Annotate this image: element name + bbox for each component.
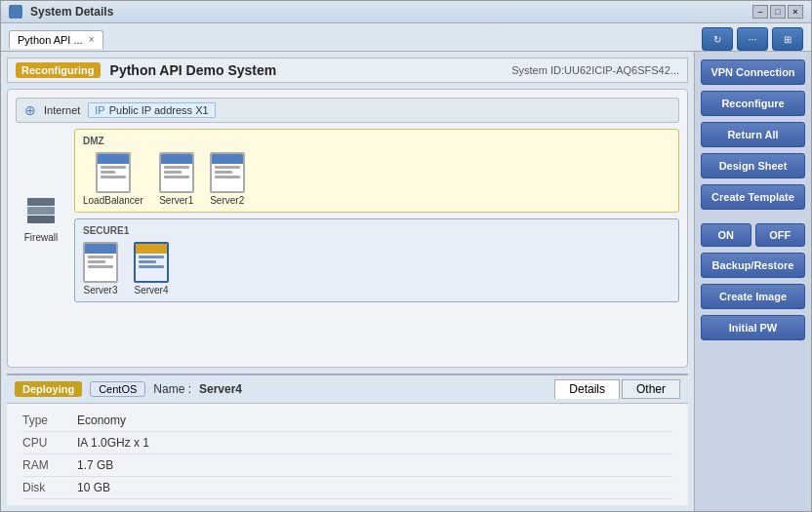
system-name: Python API Demo System xyxy=(110,62,277,78)
zone-secure1: SECURE1 xyxy=(74,218,679,302)
window-controls: – □ × xyxy=(752,5,803,19)
cpu-val: IA 1.0GHz x 1 xyxy=(77,436,149,450)
dmz-label: DMZ xyxy=(83,136,670,146)
ram-key: RAM xyxy=(22,458,61,472)
firewall-area: Firewall xyxy=(16,129,66,302)
info-row-ram: RAM 1.7 GB xyxy=(22,454,672,477)
disk-val: 10 GB xyxy=(77,481,110,494)
minimize-button[interactable]: – xyxy=(752,5,768,19)
secure-label: SECURE1 xyxy=(83,225,670,236)
restore-button[interactable]: □ xyxy=(770,5,786,19)
backup-restore-button[interactable]: Backup/Restore xyxy=(701,253,805,278)
server-loadbalancer-icon xyxy=(96,152,131,193)
zone-dmz: DMZ xyxy=(74,129,679,213)
menu-icon: ··· xyxy=(749,34,756,45)
public-ip-badge: IP Public IP address X1 xyxy=(88,102,215,118)
type-val: Economy xyxy=(77,414,126,427)
close-button[interactable]: × xyxy=(788,5,803,19)
server3-label: Server3 xyxy=(83,285,117,295)
bottom-tabs-bar: Deploying CentOS Name : Server4 Details … xyxy=(7,375,688,404)
status-badge: Reconfiguring xyxy=(16,62,101,78)
system-id: System ID:UU62ICIP-AQ6SFS42... xyxy=(511,64,679,76)
toolbar-right: ↻ ··· ⊞ xyxy=(702,27,803,51)
server-4-icon xyxy=(134,242,169,283)
dmz-servers: LoadBalancer xyxy=(83,152,670,206)
server2-label: Server2 xyxy=(210,195,244,206)
public-ip-label: Public IP address X1 xyxy=(109,104,209,116)
firewall-icon xyxy=(23,189,59,232)
internet-label: Internet xyxy=(44,104,80,116)
tab-close-icon[interactable]: × xyxy=(89,34,95,45)
create-template-button[interactable]: Create Template xyxy=(701,184,805,210)
ram-val: 1.7 GB xyxy=(77,458,113,472)
window-title: System Details xyxy=(30,5,113,19)
system-header: Reconfiguring Python API Demo System Sys… xyxy=(7,58,688,83)
internet-icon: ⊕ xyxy=(24,102,36,118)
reconfigure-button[interactable]: Reconfigure xyxy=(701,91,805,116)
disk-key: Disk xyxy=(22,481,61,494)
info-row-cpu: CPU IA 1.0GHz x 1 xyxy=(22,432,672,454)
cpu-key: CPU xyxy=(22,436,61,450)
secure-servers: Server3 xyxy=(83,242,670,295)
topology-area: ⊕ Internet IP Public IP address X1 xyxy=(7,89,688,368)
title-bar: System Details – □ × xyxy=(1,1,811,23)
server1-label: Server1 xyxy=(159,195,193,206)
right-sidebar: VPN Connection Reconfigure Return All De… xyxy=(694,52,811,511)
firewall-label: Firewall xyxy=(24,232,58,243)
refresh-icon: ↻ xyxy=(713,34,721,45)
refresh-button[interactable]: ↻ xyxy=(702,27,733,51)
menu-button[interactable]: ··· xyxy=(737,27,768,51)
name-label: Name : xyxy=(153,382,191,396)
return-all-button[interactable]: Return All xyxy=(701,122,805,147)
info-row-disk: Disk 10 GB xyxy=(22,477,672,499)
deploying-badge: Deploying xyxy=(15,381,82,397)
type-key: Type xyxy=(22,414,61,427)
tab-label: Python API ... xyxy=(18,34,83,46)
server-4[interactable]: Server4 xyxy=(134,242,169,295)
tab-python-api[interactable]: Python API ... × xyxy=(9,30,103,49)
off-button[interactable]: OFF xyxy=(755,223,806,247)
details-tabs: Details Other xyxy=(554,379,680,399)
name-value: Server4 xyxy=(199,382,242,396)
create-image-button[interactable]: Create Image xyxy=(701,284,805,309)
initial-pw-button[interactable]: Initial PW xyxy=(701,315,805,340)
server-3[interactable]: Server3 xyxy=(83,242,118,295)
left-panel: Reconfiguring Python API Demo System Sys… xyxy=(1,52,694,511)
bottom-panel: Deploying CentOS Name : Server4 Details … xyxy=(7,374,688,505)
tab-details[interactable]: Details xyxy=(554,379,620,399)
info-row-type: Type Economy xyxy=(22,410,672,432)
server-2-icon xyxy=(210,152,245,193)
grid-icon: ⊞ xyxy=(784,34,792,45)
main-window: System Details – □ × Python API ... × ↻ … xyxy=(0,0,812,512)
loadbalancer-label: LoadBalancer xyxy=(83,195,143,206)
vpn-connection-button[interactable]: VPN Connection xyxy=(701,59,805,85)
on-button[interactable]: ON xyxy=(701,223,751,247)
tab-other[interactable]: Other xyxy=(622,379,680,399)
on-off-row: ON OFF xyxy=(701,223,805,247)
bottom-info: Type Economy CPU IA 1.0GHz x 1 RAM 1.7 G… xyxy=(7,404,688,505)
tab-bar: Python API ... × ↻ ··· ⊞ xyxy=(1,23,811,52)
server-1-icon xyxy=(159,152,194,193)
server-loadbalancer[interactable]: LoadBalancer xyxy=(83,152,143,206)
ip-icon: IP xyxy=(95,104,104,116)
topology-inner: Firewall DMZ xyxy=(16,129,679,302)
server-3-icon xyxy=(83,242,118,283)
zones-area: DMZ xyxy=(74,129,679,302)
grid-button[interactable]: ⊞ xyxy=(772,27,803,51)
server-2[interactable]: Server2 xyxy=(210,152,245,206)
server-1[interactable]: Server1 xyxy=(159,152,194,206)
os-badge: CentOS xyxy=(90,381,145,397)
window-icon xyxy=(9,5,22,19)
internet-bar: ⊕ Internet IP Public IP address X1 xyxy=(16,98,679,123)
server4-label: Server4 xyxy=(134,285,168,295)
design-sheet-button[interactable]: Design Sheet xyxy=(701,153,805,178)
main-content: Reconfiguring Python API Demo System Sys… xyxy=(1,52,811,511)
